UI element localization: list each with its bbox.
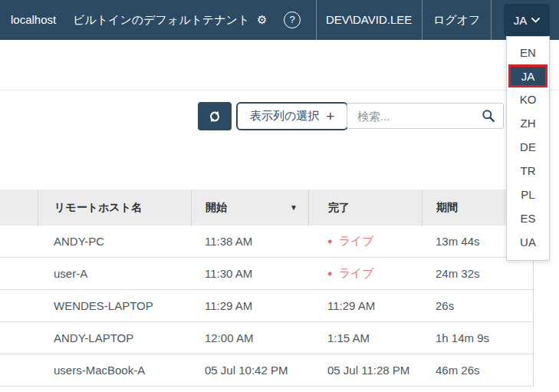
cell-end: 11:29 AM: [308, 299, 422, 312]
language-option-de[interactable]: DE: [507, 135, 549, 159]
cell-start: 11:30 AM: [191, 267, 308, 280]
language-menu: EN JA KO ZH DE TR PL ES UA: [506, 36, 550, 261]
cell-end-live: ● ライブ: [308, 234, 422, 249]
language-option-pl[interactable]: PL: [507, 183, 549, 206]
language-option-ua[interactable]: UA: [507, 230, 549, 254]
cell-host: user-A: [38, 267, 191, 280]
topbar-divider: [422, 0, 423, 40]
header-remote-host[interactable]: リモートホスト名: [38, 189, 191, 226]
cell-host: ANDY-LAPTOP: [38, 331, 191, 344]
cell-start: 11:38 AM: [191, 235, 308, 248]
table-row[interactable]: users-MacBook-A 05 Jul 10:42 PM 05 Jul 1…: [0, 354, 533, 387]
topbar-divider: [491, 0, 492, 40]
language-current-label: JA: [514, 14, 528, 27]
cell-end: 05 Jul 11:28 PM: [308, 364, 422, 377]
current-user[interactable]: DEV\DAVID.LEE: [326, 0, 412, 40]
cell-end: 1:15 AM: [308, 331, 422, 344]
sort-desc-icon: ▼: [290, 203, 298, 212]
language-option-ko[interactable]: KO: [507, 87, 549, 111]
language-option-zh[interactable]: ZH: [507, 111, 549, 135]
search-input[interactable]: [347, 110, 482, 123]
topbar-divider: [316, 0, 317, 40]
language-option-es[interactable]: ES: [507, 206, 549, 230]
choose-columns-button[interactable]: 表示列の選択 +: [236, 102, 348, 130]
table-row[interactable]: ANDY-LAPTOP 12:00 AM 1:15 AM 1h 14m 9s: [0, 322, 533, 354]
breadcrumb-host[interactable]: localhost: [11, 0, 56, 40]
cell-host: ANDY-PC: [38, 235, 191, 248]
language-dropdown-button[interactable]: JA: [504, 4, 550, 36]
gear-icon[interactable]: ⚙: [257, 0, 267, 40]
header-start[interactable]: 開始 ▼: [191, 189, 308, 226]
table-row[interactable]: ANDY-PC 11:38 AM ● ライブ 13m 44s: [0, 226, 533, 258]
cell-end-live: ● ライブ: [308, 266, 422, 281]
refresh-button[interactable]: [198, 102, 232, 130]
search-icon[interactable]: [482, 109, 495, 123]
table-row[interactable]: WENDES-LAPTOP 11:29 AM 11:29 AM 26s: [0, 290, 533, 322]
choose-columns-label: 表示列の選択: [250, 109, 319, 124]
page-divider: [0, 90, 559, 91]
cell-start: 12:00 AM: [191, 331, 308, 344]
cell-duration: 1h 14m 9s: [422, 331, 533, 344]
table-row[interactable]: user-A 11:30 AM ● ライブ 24m 32s: [0, 258, 533, 290]
chevron-down-icon: [531, 18, 540, 23]
plus-icon: +: [326, 109, 334, 124]
language-option-ja-selected[interactable]: JA: [508, 64, 547, 87]
cell-host: users-MacBook-A: [38, 364, 191, 377]
live-label: ライブ: [339, 266, 374, 281]
search-box: [347, 103, 504, 129]
table-header-row: リモートホスト名 開始 ▼ 完了 期間: [0, 189, 533, 226]
refresh-icon: [206, 108, 223, 125]
breadcrumb-tenant[interactable]: ビルトインのデフォルトテナント: [73, 0, 249, 40]
logoff-button[interactable]: ログオフ: [433, 0, 480, 40]
sessions-table: リモートホスト名 開始 ▼ 完了 期間 ANDY-PC 11:38 AM ● ラ…: [0, 189, 534, 387]
cell-duration: 24m 32s: [422, 267, 533, 280]
topbar: localhost ビルトインのデフォルトテナント ⚙ ? DEV\DAVID.…: [0, 0, 559, 40]
live-label: ライブ: [339, 234, 374, 249]
header-cell-empty: [0, 189, 38, 226]
cell-start: 11:29 AM: [191, 299, 308, 312]
cell-duration: 26s: [422, 299, 533, 312]
cell-host: WENDES-LAPTOP: [38, 299, 191, 312]
live-dot-icon: ●: [327, 269, 333, 278]
language-option-tr[interactable]: TR: [507, 159, 549, 183]
language-option-en[interactable]: EN: [507, 41, 549, 64]
cell-start: 05 Jul 10:42 PM: [191, 364, 308, 377]
header-end[interactable]: 完了: [308, 189, 422, 226]
cell-duration: 46m 26s: [422, 364, 533, 377]
live-dot-icon: ●: [327, 237, 333, 245]
help-icon[interactable]: ?: [284, 12, 301, 28]
